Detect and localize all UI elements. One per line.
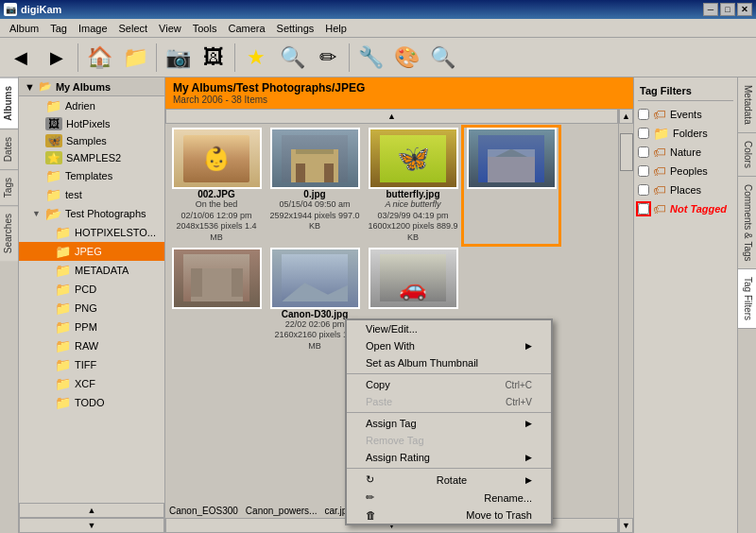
- right-tab-colors[interactable]: Colors: [738, 133, 756, 177]
- photo-button[interactable]: 🖼: [197, 41, 231, 75]
- scroll-thumb[interactable]: [620, 133, 633, 171]
- content-scrollbar[interactable]: ▲ ▼: [618, 109, 633, 533]
- tree-item-hotpixels[interactable]: 🖼 HotPixels: [19, 115, 164, 132]
- back-button[interactable]: ◀: [4, 41, 38, 75]
- item-label: TIFF: [75, 359, 96, 370]
- photo-thumb-1[interactable]: 👶: [172, 128, 262, 189]
- zoom-button[interactable]: 🔍: [275, 41, 309, 75]
- tree-item-xcf[interactable]: 📁 XCF: [19, 374, 164, 393]
- menu-settings[interactable]: Settings: [271, 21, 320, 36]
- tree-item-hotpixelstock[interactable]: 📁 HOTPIXELSTO...: [19, 223, 164, 242]
- ctx-paste: Paste Ctrl+V: [347, 393, 551, 410]
- ctx-rename[interactable]: ✏ Rename...: [347, 489, 551, 507]
- tree-item-samples[interactable]: 🦋 Samples: [19, 132, 164, 149]
- tree-item-templates[interactable]: 📁 Templates: [19, 166, 164, 185]
- tree-item-adrien[interactable]: 📁 Adrien: [19, 96, 164, 115]
- tree-item-test[interactable]: 📁 test: [19, 185, 164, 204]
- tag-filter-folders-label: Folders: [673, 128, 708, 139]
- close-button[interactable]: ✕: [737, 3, 752, 16]
- vscroll-down[interactable]: ▼: [619, 518, 633, 533]
- item-label: HOTPIXELSTO...: [75, 227, 156, 238]
- header-arrow: ▼: [25, 81, 35, 93]
- photo-thumb-2[interactable]: [270, 128, 360, 189]
- tree-item-raw[interactable]: 📁 RAW: [19, 336, 164, 355]
- tree-item-ppm[interactable]: 📁 PPM: [19, 318, 164, 336]
- search-button[interactable]: 🔍: [425, 41, 459, 75]
- minimize-button[interactable]: ─: [703, 3, 718, 16]
- ctx-move-trash[interactable]: 🗑 Move to Trash: [347, 507, 551, 524]
- photo-thumb-4[interactable]: [467, 128, 557, 189]
- edit-button[interactable]: ✏: [311, 41, 345, 75]
- photo-item-1[interactable]: 👶 002.JPG On the bed 02/10/06 12:09 pm 2…: [169, 128, 264, 244]
- tree-item-samples2[interactable]: ⭐ SAMPLES2: [19, 149, 164, 166]
- item-label: Samples: [66, 135, 107, 146]
- ctx-assign-rating[interactable]: Assign Rating ▶: [347, 449, 551, 466]
- tree-item-pcd[interactable]: 📁 PCD: [19, 280, 164, 299]
- filmstrip-label-2: Canon_powers...: [246, 506, 318, 516]
- ctx-rotate[interactable]: ↻ Rotate ▶: [347, 471, 551, 489]
- tree-item-png[interactable]: 📁 PNG: [19, 299, 164, 318]
- tree-item-jpeg[interactable]: 📁 JPEG: [19, 242, 164, 261]
- home-button[interactable]: 🏠: [82, 41, 116, 75]
- ctx-assign-tag[interactable]: Assign Tag ▶: [347, 415, 551, 432]
- menu-tag[interactable]: Tag: [44, 21, 73, 36]
- ctx-label: Assign Rating: [366, 452, 430, 463]
- tag-filter-peoples-checkbox[interactable]: [638, 165, 649, 177]
- tag-filter-not-tagged-checkbox[interactable]: [638, 203, 649, 215]
- ctx-view-edit[interactable]: View/Edit...: [347, 320, 551, 337]
- tag-filter-nature-checkbox[interactable]: [638, 146, 649, 158]
- menu-view[interactable]: View: [153, 21, 187, 36]
- menu-tools[interactable]: Tools: [187, 21, 223, 36]
- menu-camera[interactable]: Camera: [222, 21, 270, 36]
- scroll-track[interactable]: [619, 124, 633, 518]
- sidebar-tab-tags[interactable]: Tags: [0, 169, 18, 205]
- tag-filter-nature-label: Nature: [670, 146, 701, 158]
- tag-filter-places-checkbox[interactable]: [638, 184, 649, 196]
- right-tab-tag-filters[interactable]: Tag Filters: [738, 269, 756, 329]
- tag-filter-events-checkbox[interactable]: [638, 109, 649, 120]
- right-tab-comments-tags[interactable]: Comments & Tags: [738, 177, 756, 270]
- photo-thumb-5[interactable]: [172, 248, 262, 309]
- photo-item-2[interactable]: 0.jpg 05/15/04 09:50 am 2592x1944 pixels…: [267, 128, 362, 244]
- ctx-set-album-thumb[interactable]: Set as Album Thumbnail: [347, 354, 551, 371]
- photo-item-4[interactable]: [464, 128, 558, 244]
- sidebar-tab-searches[interactable]: Searches: [0, 205, 18, 261]
- photo-thumb-7[interactable]: 🚗: [369, 248, 458, 309]
- scroll-up[interactable]: ▲: [19, 503, 164, 518]
- ctx-open-with[interactable]: Open With ▶: [347, 337, 551, 354]
- ctx-label: Set as Album Thumbnail: [366, 357, 478, 369]
- nature-tag-icon: 🏷: [653, 145, 666, 160]
- photo-item-5[interactable]: [169, 248, 264, 352]
- ctx-remove-tag: Remove Tag: [347, 432, 551, 449]
- menu-album[interactable]: Album: [4, 21, 44, 36]
- right-tab-metadata[interactable]: Metadata: [738, 77, 756, 133]
- ctx-icon: 🗑: [366, 509, 376, 521]
- scroll-down[interactable]: ▼: [19, 518, 164, 533]
- star-button[interactable]: ★: [239, 41, 273, 75]
- sidebar-tab-albums[interactable]: Albums: [0, 77, 18, 129]
- photo-thumb-6[interactable]: [270, 248, 360, 309]
- vscroll-up[interactable]: ▲: [619, 109, 633, 124]
- menu-image[interactable]: Image: [73, 21, 113, 36]
- photo-item-3[interactable]: 🦋 butterfly.jpg A nice butterfly 03/29/9…: [366, 128, 460, 244]
- tree-item-tiff[interactable]: 📁 TIFF: [19, 355, 164, 374]
- tree-item-todo[interactable]: 📁 TODO: [19, 393, 164, 412]
- content-header: My Albums/Test Photographs/JPEG March 20…: [165, 77, 633, 109]
- tag-filter-folders: 📁 Folders: [638, 124, 733, 143]
- content-scroll-up[interactable]: ▲: [165, 109, 618, 124]
- maximize-button[interactable]: □: [720, 3, 735, 16]
- album-button[interactable]: 📁: [118, 41, 152, 75]
- settings-button[interactable]: 🔧: [353, 41, 387, 75]
- tree-item-test-photographs[interactable]: ▼ 📂 Test Photographs: [19, 204, 164, 223]
- camera-button[interactable]: 📷: [161, 41, 195, 75]
- tag-filter-folders-checkbox[interactable]: [638, 128, 649, 139]
- item-label: JPEG: [75, 246, 102, 257]
- menu-help[interactable]: Help: [319, 21, 352, 36]
- forward-button[interactable]: ▶: [40, 41, 74, 75]
- ctx-copy[interactable]: Copy Ctrl+C: [347, 376, 551, 393]
- color-button[interactable]: 🎨: [389, 41, 423, 75]
- menu-select[interactable]: Select: [113, 21, 154, 36]
- sidebar-tab-dates[interactable]: Dates: [0, 129, 18, 169]
- photo-thumb-3[interactable]: 🦋: [369, 128, 458, 189]
- tree-item-metadata[interactable]: 📁 METADATA: [19, 261, 164, 280]
